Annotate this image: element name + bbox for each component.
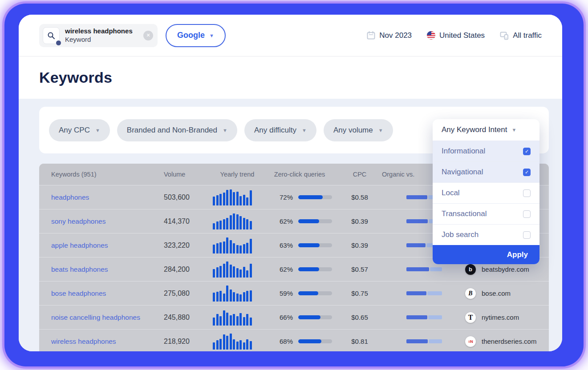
keyword-link[interactable]: wireless headphones: [51, 338, 116, 345]
domain-cell: bbeatsbydre.com: [453, 264, 549, 275]
organic-vs-paid-cell: [382, 339, 453, 343]
search-engine-dropdown[interactable]: Google ▼: [166, 24, 226, 47]
apply-button[interactable]: Apply: [433, 245, 539, 264]
trend-bar: [250, 341, 252, 350]
checkbox-unchecked-icon[interactable]: [523, 231, 531, 239]
cpc-cell: $0.81: [337, 338, 382, 345]
filter-any-volume-label: Any volume: [333, 126, 373, 135]
zero-click-percent: 62%: [275, 265, 293, 273]
trend-bar: [216, 267, 219, 277]
trend-bar: [246, 291, 248, 301]
intent-option-informational[interactable]: Informational✓: [433, 141, 539, 161]
intent-option-navigational[interactable]: Navigational✓: [433, 161, 539, 182]
column-header-3[interactable]: Zero-click queries: [262, 171, 337, 178]
trend-cell: [213, 237, 262, 253]
keyword-link[interactable]: noise cancelling headphones: [51, 314, 140, 321]
search-value: wireless headphones: [65, 27, 133, 36]
domain-link[interactable]: nytimes.com: [482, 314, 519, 321]
chevron-down-icon: ▼: [511, 127, 516, 133]
trend-bar: [226, 218, 228, 229]
trend-bar: [236, 268, 239, 277]
zero-click-cell: 68%: [262, 338, 337, 345]
column-header-4[interactable]: CPC: [337, 171, 382, 178]
column-header-1[interactable]: Volume: [164, 171, 213, 178]
organic-segment: [406, 315, 427, 319]
domain-link[interactable]: bose.com: [482, 290, 511, 297]
intent-option-job-search[interactable]: Job search: [433, 224, 539, 245]
trend-bar: [243, 317, 245, 326]
filter-any-cpc[interactable]: Any CPC▼: [49, 119, 110, 141]
clear-search-icon[interactable]: ✕: [143, 31, 153, 40]
trend-bar: [243, 292, 245, 302]
domain-link[interactable]: thenerdseries.com: [482, 338, 536, 345]
checkbox-unchecked-icon[interactable]: [523, 210, 531, 218]
intent-option-local[interactable]: Local: [433, 182, 539, 203]
paid-segment: [430, 267, 442, 271]
domain-cell: Bbose.com: [453, 288, 549, 299]
trend-cell: [213, 310, 262, 326]
trend-bar: [250, 190, 252, 205]
trend-bar: [216, 314, 219, 326]
trend-bar: [219, 291, 222, 302]
trend-bar: [223, 294, 225, 302]
trend-bar: [250, 239, 252, 253]
filter-any-volume[interactable]: Any volume▼: [324, 119, 393, 141]
trend-bar: [213, 318, 215, 325]
checkbox-unchecked-icon[interactable]: [523, 189, 531, 197]
checkbox-checked-icon[interactable]: ✓: [523, 148, 531, 155]
zero-click-bar: [298, 339, 332, 343]
keyword-link[interactable]: sony headphones: [51, 217, 105, 225]
intent-option-label: Informational: [442, 147, 485, 156]
trend-bar: [236, 316, 239, 326]
trend-bar: [230, 265, 232, 277]
domain-link[interactable]: beatsbydre.com: [482, 265, 529, 273]
keyword-cell: apple headphones: [51, 241, 164, 249]
organic-segment: [406, 291, 426, 295]
date-selector[interactable]: Nov 2023: [367, 31, 412, 40]
trend-bar: [230, 240, 232, 253]
zero-click-bar: [298, 219, 332, 223]
trend-bar: [246, 197, 248, 205]
keyword-link[interactable]: beats headphones: [51, 265, 108, 273]
trend-bar: [219, 242, 222, 253]
organic-vs-paid-bar: [406, 291, 442, 295]
keyword-cell: wireless headphones: [51, 338, 164, 346]
domain-cell: ≡Nthenerdseries.com: [453, 336, 549, 347]
trend-bar: [213, 197, 215, 205]
zero-click-percent: 62%: [275, 217, 293, 225]
zero-click-bar: [298, 243, 332, 247]
app-window: wireless headphones Keyword ✕ Google ▼ N…: [19, 15, 562, 351]
trend-bar: [213, 342, 215, 349]
zero-click-bar: [298, 195, 332, 199]
checkbox-checked-icon[interactable]: ✓: [523, 169, 531, 176]
search-type-label: Keyword: [65, 36, 133, 44]
keyword-cell: headphones: [51, 193, 164, 201]
filter-branded[interactable]: Branded and Non-Branded▼: [117, 119, 237, 141]
volume-cell: 414,370: [164, 217, 213, 225]
zero-click-bar: [298, 267, 332, 271]
keyword-cell: bose headphones: [51, 290, 164, 298]
intent-options-list: Informational✓Navigational✓LocalTransact…: [433, 141, 539, 245]
keyword-link[interactable]: headphones: [51, 193, 89, 201]
keyword-intent-trigger[interactable]: Any Keyword Intent ▼: [433, 119, 539, 141]
trend-bar: [233, 243, 235, 253]
zero-click-bar-fill: [298, 219, 319, 223]
keyword-search-field[interactable]: wireless headphones Keyword ✕: [39, 24, 158, 47]
intent-option-transactional[interactable]: Transactional: [433, 203, 539, 224]
keyword-link[interactable]: apple headphones: [51, 241, 108, 249]
keyword-link[interactable]: bose headphones: [51, 290, 106, 297]
filter-any-difficulty[interactable]: Any difficulty▼: [244, 119, 316, 141]
column-header-2[interactable]: Yearly trend: [213, 171, 262, 178]
chevron-down-icon: ▼: [378, 128, 383, 133]
organic-segment: [406, 195, 427, 199]
trend-cell: [213, 286, 262, 302]
volume-cell: 323,220: [164, 241, 213, 249]
column-header-0[interactable]: Keywords (951): [51, 171, 164, 178]
organic-vs-paid-cell: [382, 315, 453, 319]
cpc-cell: $0.57: [337, 265, 382, 273]
region-selector[interactable]: United States: [427, 31, 485, 40]
keyword-cell: sony headphones: [51, 217, 164, 225]
traffic-selector[interactable]: All traffic: [500, 31, 542, 40]
trend-cell: [213, 213, 262, 229]
trend-bar: [243, 342, 245, 349]
